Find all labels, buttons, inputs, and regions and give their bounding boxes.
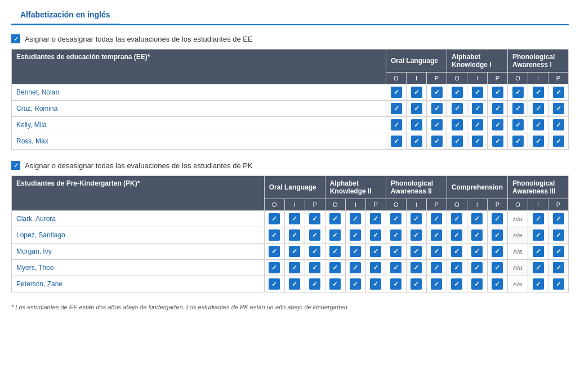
check-icon[interactable] [533,136,544,147]
ee-check-cell[interactable] [488,133,508,150]
pk-check-cell[interactable] [467,211,487,227]
pk-check-cell[interactable] [447,260,467,276]
check-icon[interactable] [411,119,422,130]
pk-check-cell[interactable] [305,276,325,292]
check-icon[interactable] [269,262,280,273]
pk-check-cell[interactable] [305,211,325,227]
check-icon[interactable] [431,262,442,273]
ee-check-cell[interactable] [386,133,407,150]
check-icon[interactable] [492,229,503,241]
check-icon[interactable] [452,119,463,130]
check-icon[interactable] [472,87,483,98]
check-icon[interactable] [451,262,462,273]
check-icon[interactable] [451,246,462,257]
pk-check-cell[interactable] [284,227,305,244]
pk-check-cell[interactable] [305,227,325,244]
ee-check-cell[interactable] [467,117,488,133]
pk-check-cell[interactable] [305,244,325,260]
check-icon[interactable] [472,119,483,130]
check-icon[interactable] [391,136,402,147]
check-icon[interactable] [411,136,422,147]
pk-check-cell[interactable] [386,227,406,244]
pk-check-cell[interactable] [548,227,569,244]
ee-check-cell[interactable] [528,117,548,133]
check-icon[interactable] [370,229,381,241]
checkbox-ee[interactable] [11,34,20,43]
check-icon[interactable] [391,119,402,130]
pk-check-cell[interactable] [487,276,507,292]
pk-check-cell[interactable] [467,244,487,260]
check-icon[interactable] [431,103,443,114]
check-icon[interactable] [492,262,503,273]
check-icon[interactable] [492,136,503,147]
pk-check-cell[interactable] [264,276,284,292]
pk-check-cell[interactable] [264,260,284,276]
check-icon[interactable] [289,278,300,290]
pk-check-cell[interactable] [548,260,569,276]
pk-check-cell[interactable] [447,211,467,227]
check-icon[interactable] [411,87,422,98]
check-icon[interactable] [553,229,564,241]
check-icon[interactable] [492,246,503,257]
ee-check-cell[interactable] [508,101,528,117]
pk-check-cell[interactable] [365,211,386,227]
pk-check-cell[interactable] [325,211,345,227]
pk-check-cell[interactable] [548,244,569,260]
check-icon[interactable] [329,213,341,224]
pk-check-cell[interactable] [284,260,305,276]
check-icon[interactable] [553,119,564,130]
check-icon[interactable] [269,278,280,290]
pk-check-cell[interactable] [487,244,507,260]
check-icon[interactable] [451,278,462,290]
ee-check-cell[interactable] [548,117,569,133]
check-icon[interactable] [411,246,422,257]
check-icon[interactable] [391,87,402,98]
check-icon[interactable] [533,213,544,224]
tab-alfabetizacion[interactable]: Alfabetización en inglés [11,6,119,25]
pk-check-cell[interactable] [386,244,406,260]
ee-check-cell[interactable] [407,133,427,150]
pk-check-cell[interactable] [426,276,447,292]
check-icon[interactable] [350,278,361,290]
check-icon[interactable] [390,262,401,273]
ee-check-cell[interactable] [427,133,447,150]
pk-check-cell[interactable] [528,211,548,227]
check-icon[interactable] [533,278,544,290]
pk-check-cell[interactable] [528,244,548,260]
pk-check-cell[interactable] [325,227,345,244]
pk-check-cell[interactable] [528,260,548,276]
check-icon[interactable] [411,103,422,114]
check-icon[interactable] [370,278,381,290]
pk-check-cell[interactable] [548,276,569,292]
check-icon[interactable] [269,213,280,224]
check-icon[interactable] [431,278,442,290]
check-icon[interactable] [411,278,422,290]
pk-check-cell[interactable] [264,244,284,260]
check-icon[interactable] [431,246,442,257]
pk-check-cell[interactable] [467,260,487,276]
ee-check-cell[interactable] [386,84,407,101]
pk-check-cell[interactable] [487,260,507,276]
check-icon[interactable] [390,229,401,241]
pk-check-cell[interactable] [487,227,507,244]
check-icon[interactable] [350,262,361,273]
check-icon[interactable] [553,213,564,224]
check-icon[interactable] [533,229,544,241]
checkbox-pk[interactable] [11,161,20,170]
pk-check-cell[interactable] [447,276,467,292]
ee-check-cell[interactable] [548,133,569,150]
ee-check-cell[interactable] [427,101,447,117]
check-icon[interactable] [370,262,381,273]
ee-check-cell[interactable] [447,117,467,133]
check-icon[interactable] [471,262,483,273]
check-icon[interactable] [471,278,483,290]
check-icon[interactable] [533,246,544,257]
pk-check-cell[interactable] [426,260,447,276]
check-icon[interactable] [289,262,300,273]
pk-check-cell[interactable] [426,244,447,260]
check-icon[interactable] [309,246,320,257]
check-icon[interactable] [452,136,463,147]
pk-check-cell[interactable] [264,211,284,227]
pk-check-cell[interactable] [264,227,284,244]
pk-check-cell[interactable] [386,276,406,292]
